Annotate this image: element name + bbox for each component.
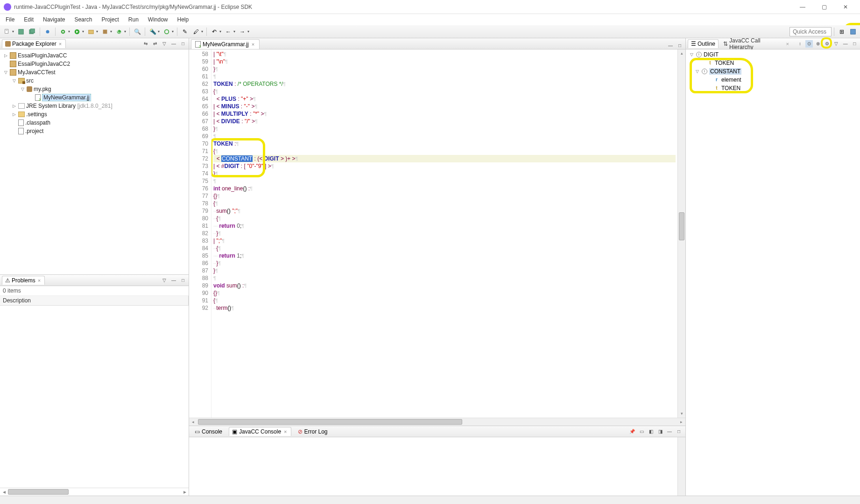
focus-active-button[interactable]: ⊙	[805, 40, 812, 48]
problems-body[interactable]	[0, 306, 189, 488]
problems-hscrollbar[interactable]: ◂ ▸	[0, 488, 189, 496]
minimize-button[interactable]: —	[792, 0, 813, 14]
col-description[interactable]: Description	[0, 296, 189, 305]
outline-node-constant[interactable]: ▽iCONSTANT	[686, 67, 860, 76]
maximize-button[interactable]: ▢	[813, 0, 835, 14]
scroll-right-icon[interactable]: ▸	[181, 489, 189, 495]
back-button[interactable]: ←	[223, 27, 233, 37]
menu-search[interactable]: Search	[70, 15, 96, 24]
classpath-file-node[interactable]: .classpath	[0, 119, 189, 127]
open-type-button[interactable]: 🔍	[132, 27, 142, 37]
code-area[interactable]: | "\t"¶ | "\n"¶ }¶ ¶ TOKEN : /* OPERATOR…	[211, 49, 677, 418]
scrollbar-thumb[interactable]	[198, 419, 462, 425]
console-toggle-2[interactable]: ◨	[656, 428, 664, 435]
menu-project[interactable]: Project	[98, 15, 122, 24]
outline-tab[interactable]: ☰ Outline	[688, 39, 719, 48]
src-folder-node[interactable]: ▽src	[0, 77, 189, 85]
close-icon[interactable]: ×	[283, 429, 288, 434]
outline-node-token[interactable]: tTOKEN	[686, 59, 860, 67]
editor-tab[interactable]: MyNewGrammar.jj ×	[191, 39, 260, 49]
maximize-view-button[interactable]: □	[179, 40, 187, 48]
editor-body[interactable]: 58 59 60 61 62 63 64 65 66 67 68 69 70 7…	[189, 49, 685, 418]
quick-access-input[interactable]	[790, 27, 832, 36]
error-log-tab[interactable]: ⊘Error Log	[295, 427, 331, 436]
java-perspective-button[interactable]	[848, 27, 858, 37]
editor-hscrollbar[interactable]: ◂ ▸	[189, 418, 685, 426]
minimize-view-button[interactable]: —	[170, 276, 177, 284]
close-icon[interactable]: ×	[785, 41, 790, 47]
new-java-project-button[interactable]	[86, 27, 96, 37]
new-java-package-button[interactable]	[100, 27, 110, 37]
minimize-view-button[interactable]: —	[170, 40, 177, 48]
forward-button[interactable]: →	[237, 27, 247, 37]
outline-tree[interactable]: ▽iDIGIT tTOKEN ▽iCONSTANT relement tTOKE…	[686, 49, 860, 496]
collapse-all-button[interactable]: ⇆	[142, 40, 149, 48]
scroll-up-icon[interactable]: ▴	[678, 49, 685, 57]
minimize-console-button[interactable]: —	[666, 428, 673, 435]
pin-console-button[interactable]: 📌	[628, 428, 636, 435]
project-node[interactable]: ▷EssaiPluginJavaCC	[0, 51, 189, 60]
close-icon[interactable]: ×	[58, 41, 63, 47]
last-edit-location-button[interactable]: ↶	[209, 27, 219, 37]
new-button[interactable]	[2, 27, 12, 37]
package-explorer-tab[interactable]: Package Explorer ×	[2, 39, 66, 48]
save-button[interactable]	[16, 27, 26, 37]
menu-edit[interactable]: Edit	[20, 15, 37, 24]
call-hierarchy-tab[interactable]: ⇅ JavaCC Call Hierarchy ×	[720, 36, 793, 51]
project-node[interactable]: EssaiPluginJavaCC2	[0, 60, 189, 68]
filter-button[interactable]: ⚙	[824, 40, 831, 48]
view-menu-button[interactable]: ▽	[161, 276, 168, 284]
problems-tab[interactable]: ⚠ Problems ×	[2, 276, 45, 285]
jre-node[interactable]: ▷JRE System Library [jdk1.8.0_281]	[0, 102, 189, 110]
maximize-editor-button[interactable]: □	[676, 42, 684, 49]
outline-node-element[interactable]: relement	[686, 76, 860, 84]
menu-run[interactable]: Run	[125, 15, 142, 24]
run-button[interactable]	[72, 27, 82, 37]
display-selected-button[interactable]: ▭	[638, 428, 645, 435]
console-body[interactable]	[189, 437, 677, 496]
package-explorer-tree[interactable]: ▷EssaiPluginJavaCC EssaiPluginJavaCC2 ▽M…	[0, 49, 189, 274]
new-java-class-button[interactable]: C	[114, 27, 124, 37]
menu-window[interactable]: Window	[144, 15, 172, 24]
debug-button[interactable]	[58, 27, 68, 37]
refresh-button[interactable]	[162, 27, 172, 37]
scroll-down-icon[interactable]: ▾	[678, 410, 685, 418]
link-editor-button[interactable]: ⇄	[151, 40, 159, 48]
close-button[interactable]: ✕	[835, 0, 856, 14]
project-node[interactable]: ▽MyJavaCCTest	[0, 68, 189, 77]
save-all-button[interactable]	[27, 27, 37, 37]
skip-breakpoints-button[interactable]	[42, 27, 53, 37]
close-icon[interactable]: ×	[251, 42, 255, 47]
console-toggle-1[interactable]: ◧	[647, 428, 655, 435]
file-node[interactable]: MyNewGrammar.jj	[0, 93, 189, 102]
open-perspective-button[interactable]: ⊞	[837, 27, 847, 37]
maximize-view-button[interactable]: □	[179, 276, 187, 284]
scroll-right-icon[interactable]: ▸	[677, 420, 685, 424]
outline-node-digit[interactable]: ▽iDIGIT	[686, 50, 860, 59]
javacc-console-tab[interactable]: ▣JavaCC Console×	[229, 427, 291, 436]
scrollbar-thumb[interactable]	[679, 212, 684, 240]
search-button[interactable]: 🔦	[148, 27, 158, 37]
console-vscrollbar[interactable]	[677, 437, 685, 496]
editor-vscrollbar[interactable]: ▴ ▾	[677, 49, 685, 418]
menu-file[interactable]: File	[2, 15, 18, 24]
sort-button[interactable]: ↕	[797, 40, 804, 48]
minimize-editor-button[interactable]: —	[667, 42, 674, 49]
minimize-view-button[interactable]: —	[842, 40, 849, 48]
outline-node-token[interactable]: tTOKEN	[686, 84, 860, 92]
highlight-button[interactable]: 🖊	[191, 27, 201, 37]
console-tab[interactable]: ▭Console	[192, 427, 225, 436]
scrollbar-thumb[interactable]	[8, 489, 69, 495]
view-menu-button[interactable]: ▽	[161, 40, 168, 48]
toggle-mark-button[interactable]: ✎	[180, 27, 190, 37]
view-menu-button[interactable]: ▽	[833, 40, 840, 48]
scroll-left-icon[interactable]: ◂	[189, 420, 197, 424]
scroll-left-icon[interactable]: ◂	[0, 489, 8, 495]
maximize-view-button[interactable]: □	[851, 40, 858, 48]
project-file-node[interactable]: .project	[0, 127, 189, 135]
menu-help[interactable]: Help	[174, 15, 193, 24]
package-node[interactable]: ▽my.pkg	[0, 85, 189, 93]
settings-folder-node[interactable]: ▷.settings	[0, 110, 189, 119]
menu-navigate[interactable]: Navigate	[39, 15, 69, 24]
maximize-console-button[interactable]: □	[675, 428, 683, 435]
